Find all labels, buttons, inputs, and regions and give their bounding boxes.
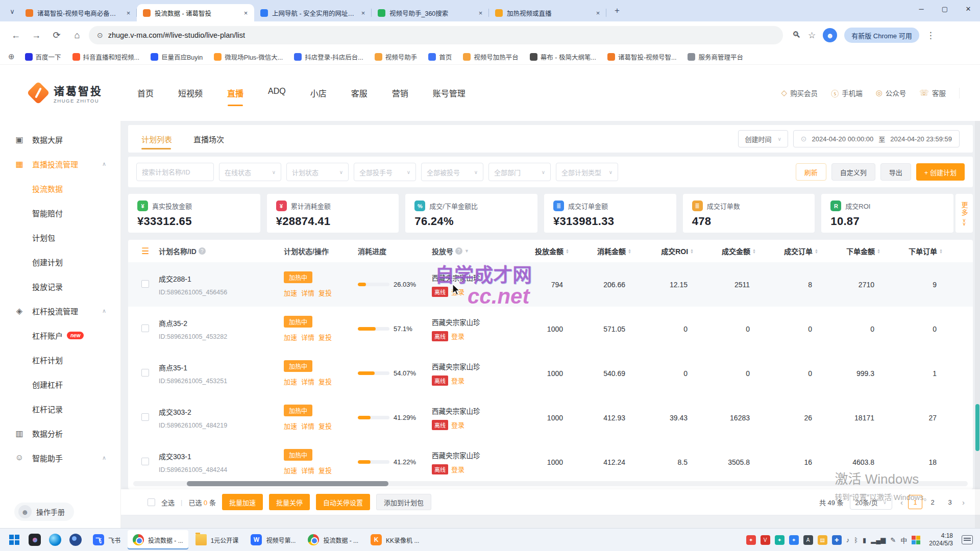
sidebar-item[interactable]: 投流数据 (0, 176, 120, 201)
bookmark-star-icon[interactable]: ☆ (808, 30, 816, 41)
plan-name[interactable]: 成交303-2 (159, 407, 284, 417)
nav-item[interactable]: 首页 (137, 76, 154, 110)
repost-link[interactable]: 复投 (318, 332, 332, 342)
detail-link[interactable]: 详情 (301, 332, 314, 342)
bookmark-item[interactable]: 巨量百应Buyin (151, 52, 203, 62)
batch-button[interactable]: 添加到计划包 (376, 494, 431, 510)
bookmark-item[interactable]: 诸葛智投-视频号智... (607, 52, 677, 62)
search-app-icon[interactable] (24, 530, 45, 550)
col-header-metric[interactable]: 成交金额 ▲▼ (703, 246, 765, 256)
tab-close-icon[interactable]: × (241, 9, 250, 17)
forward-icon[interactable]: → (28, 27, 45, 44)
taskbar-clock[interactable]: 4:18 2024/5/3 (929, 532, 953, 547)
taskbar-app[interactable]: 投流数据 - ... (303, 530, 363, 549)
tray-icon[interactable]: ✎ (890, 535, 896, 545)
select-all-checkbox[interactable] (148, 498, 155, 506)
vertical-scrollbar[interactable] (975, 121, 980, 528)
chrome-update-pill[interactable]: 有新版 Chrome 可用 (844, 28, 919, 43)
tray-icon[interactable]: 中 (900, 535, 907, 545)
plan-tab[interactable]: 计划列表 (141, 125, 172, 153)
repost-link[interactable]: 复投 (318, 421, 332, 431)
tray-icon[interactable]: ✦ (775, 535, 785, 545)
tray-icon[interactable]: ♪ (846, 535, 850, 545)
tray-icon[interactable]: ✦ (789, 535, 799, 545)
quick-link[interactable]: ☏ 客服 (919, 88, 946, 98)
quick-link[interactable]: ⓢ 手机端 (831, 88, 863, 98)
tab-close-icon[interactable]: × (594, 9, 602, 17)
plan-tab[interactable]: 直播场次 (193, 125, 224, 153)
tray-icon[interactable]: ✦ (746, 535, 756, 545)
bookmark-item[interactable]: 首页 (428, 52, 452, 62)
start-button[interactable] (4, 530, 24, 550)
col-header-metric[interactable]: 下单金额 ▲▼ (827, 246, 890, 256)
filter-dropdown[interactable]: 全部投手号 ∨ (354, 163, 416, 181)
quick-link[interactable]: ◎ 公众号 (876, 88, 906, 98)
tab-close-icon[interactable]: × (124, 9, 133, 17)
tray-icon[interactable]: ᛒ (854, 535, 858, 545)
filter-dropdown[interactable]: 计划状态 ∨ (286, 163, 349, 181)
sidebar-item[interactable]: 杠杆记录 (0, 396, 120, 421)
table-row[interactable]: 成交303-1 ID:5896261005_484244 加热中 加速 详情 复… (128, 440, 973, 484)
profile-avatar[interactable]: ☻ (823, 28, 837, 42)
bookmark-item[interactable]: 视频号助手 (375, 52, 418, 62)
nav-item[interactable]: ADQ (268, 76, 286, 110)
col-header-metric[interactable]: 下单RO ▲▼ (952, 246, 973, 256)
more-stats-button[interactable]: 更多 ∨∨ (955, 194, 973, 233)
table-row[interactable]: 商点35-2 ID:5896261005_453282 加热中 加速 详情 复投 (128, 307, 973, 351)
edge-icon[interactable] (45, 530, 65, 550)
sort-icon[interactable]: ▲▼ (628, 248, 631, 254)
row-checkbox[interactable] (141, 280, 149, 288)
repost-link[interactable]: 复投 (318, 377, 332, 386)
prev-page-icon[interactable]: ‹ (898, 498, 905, 507)
filter-dropdown[interactable]: 全部被投号 ∨ (421, 163, 483, 181)
browser-tab[interactable]: 诸葛智投-视频号电商必备工具 × (19, 4, 137, 21)
taskbar-app[interactable]: 投流数据 - ... (128, 530, 188, 549)
sidebar-item[interactable]: ▣ 数据大屏 (0, 127, 120, 152)
sidebar-item[interactable]: ☺ 智能助手 ∧ (0, 445, 120, 470)
repost-link[interactable]: 复投 (318, 465, 332, 475)
refresh-button[interactable]: 刷新 (796, 163, 826, 181)
new-tab-button[interactable]: + (610, 4, 624, 17)
sidebar-item[interactable]: 计划包 (0, 225, 120, 249)
custom-columns-button[interactable]: 自定义列 (831, 163, 875, 181)
menu-kebab-icon[interactable]: ⋮ (926, 30, 935, 41)
reload-icon[interactable]: ⟳ (48, 27, 65, 44)
row-checkbox[interactable] (141, 413, 149, 421)
sort-icon[interactable]: ▲▼ (815, 248, 818, 254)
tray-icon[interactable]: ✚ (832, 535, 842, 545)
next-page-icon[interactable]: › (960, 498, 967, 507)
tab-close-icon[interactable]: × (476, 9, 485, 17)
sort-icon[interactable]: ▲▼ (939, 248, 943, 254)
taskbar-app[interactable]: 飞 飞书 (88, 530, 126, 549)
date-range-picker[interactable]: ⊙ 2024-04-20 00:00:00 至 2024-04-20 23:59… (793, 130, 960, 147)
col-header-metric[interactable]: 消耗金额 ▲▼ (578, 246, 641, 256)
window-maximize-button[interactable]: ▢ (933, 0, 957, 17)
tray-icon[interactable]: ▮ (863, 535, 866, 545)
sidebar-item[interactable]: ▥ 数据分析 (0, 421, 120, 445)
bookmark-item[interactable]: 抖店登录-抖店后台... (294, 52, 363, 62)
plan-name[interactable]: 成交288-1 (159, 273, 284, 284)
sort-icon[interactable]: ▲▼ (877, 248, 880, 254)
batch-button[interactable]: 批量加速 (222, 494, 263, 510)
app-logo[interactable]: 诸葛智投 ZHUGE ZHITOU (28, 83, 103, 104)
batch-button[interactable]: 批量关停 (269, 494, 310, 510)
plan-name[interactable]: 成交303-1 (159, 451, 284, 461)
login-link[interactable]: 登录 (451, 331, 464, 341)
filter-funnel-icon[interactable]: ▼ (464, 248, 469, 254)
sort-icon[interactable]: ▲▼ (690, 248, 694, 254)
taskbar-app[interactable]: W 视频号第... (246, 530, 301, 549)
nav-item[interactable]: 小店 (310, 76, 327, 110)
detail-link[interactable]: 详情 (301, 288, 314, 297)
taskbar-app[interactable]: 1元公开课 (190, 530, 244, 549)
accelerate-link[interactable]: 加速 (284, 421, 297, 431)
sort-select[interactable]: 创建时间 ∨ (738, 130, 788, 147)
bookmark-item[interactable]: 视频号加热平台 (463, 52, 519, 62)
login-link[interactable]: 登录 (451, 420, 464, 430)
sidebar-item[interactable]: 杠杆账户 new (0, 323, 120, 347)
export-button[interactable]: 导出 (880, 163, 911, 181)
create-plan-button[interactable]: + 创建计划 (916, 163, 965, 181)
accelerate-link[interactable]: 加速 (284, 288, 297, 297)
nav-item[interactable]: 营销 (392, 76, 408, 110)
back-icon[interactable]: ← (7, 27, 24, 44)
page-number[interactable]: 3 (943, 495, 957, 509)
